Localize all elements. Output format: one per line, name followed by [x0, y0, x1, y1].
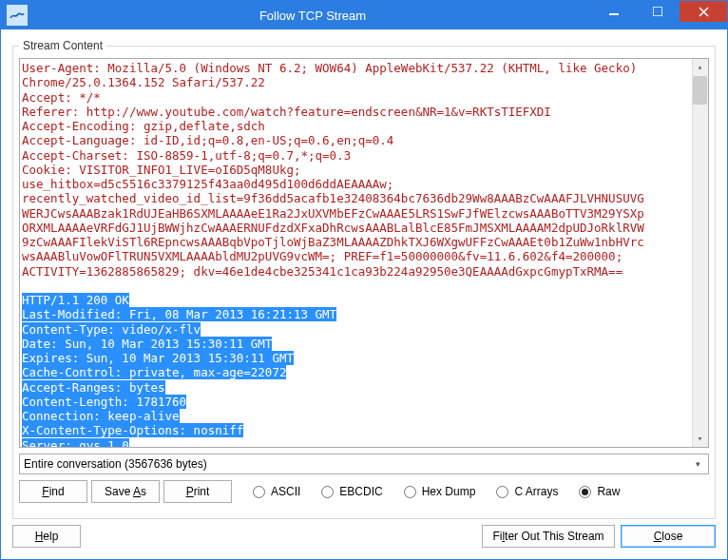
chevron-down-icon: ▾ — [689, 455, 706, 473]
radio-icon — [579, 486, 591, 498]
find-button[interactable]: Find — [19, 480, 87, 503]
request-line: Referer: http://www.youtube.com/watch?fe… — [22, 105, 551, 119]
close-button[interactable]: Close — [621, 525, 716, 548]
bottom-button-row: Help Filter Out This Stream Close — [12, 525, 716, 548]
stream-text-view[interactable]: User-Agent: Mozilla/5.0 (Windows NT 6.2;… — [19, 58, 709, 448]
encoding-ascii-radio[interactable]: ASCII — [253, 485, 300, 498]
scroll-up-icon[interactable]: ▴ — [692, 59, 708, 75]
radio-icon — [321, 486, 334, 498]
wireshark-icon — [7, 5, 28, 26]
print-button[interactable]: Print — [163, 480, 232, 503]
save-as-button[interactable]: Save As — [91, 480, 160, 503]
scroll-down-icon[interactable]: ▾ — [692, 431, 708, 447]
encoding-raw-radio[interactable]: Raw — [579, 485, 620, 498]
stream-content-group: Stream Content User-Agent: Mozilla/5.0 (… — [12, 39, 716, 519]
request-line: Chrome/25.0.1364.152 Safari/537.22 — [22, 75, 265, 89]
minimize-button[interactable] — [592, 1, 636, 22]
request-line: use_hitbox=d5c5516c3379125f43aa0d495d100… — [22, 177, 393, 191]
svg-rect-1 — [653, 7, 662, 16]
conversation-select[interactable]: Entire conversation (3567636 bytes) ▾ — [19, 454, 709, 474]
response-line: Content-Type: video/x-flv — [22, 322, 201, 337]
request-line: Cookie: VISITOR_INFO1_LIVE=oI6D5qM8Ukg; — [22, 163, 301, 177]
response-line: Server: gvs 1.0 — [22, 438, 129, 449]
scroll-thumb[interactable] — [693, 76, 707, 105]
radio-icon — [404, 486, 416, 498]
help-button[interactable]: Help — [12, 525, 81, 548]
radio-icon — [253, 486, 265, 498]
encoding-carrays-radio[interactable]: C Arrays — [496, 485, 558, 498]
response-line: X-Content-Type-Options: nosniff — [22, 423, 243, 437]
scrollbar[interactable]: ▴ ▾ — [692, 59, 708, 447]
radio-label: Raw — [597, 485, 620, 498]
request-line: Accept-Encoding: gzip,deflate,sdch — [22, 119, 265, 133]
radio-label: C Arrays — [514, 485, 558, 498]
request-line: wsAAABluVowOFlTRUN5VXMLAAAAbldMU2pUVG9vc… — [22, 249, 623, 263]
response-line: Date: Sun, 10 Mar 2013 15:30:11 GMT — [22, 337, 272, 351]
request-line: 9zCwAAAFIlekViSTl6REpncwsAAABqbVpoTjloWj… — [22, 235, 644, 249]
close-window-button[interactable] — [680, 1, 727, 22]
request-line: Accept: */* — [22, 90, 101, 105]
action-row: Find Save As Print ASCII EBCDIC Hex Dump… — [19, 480, 709, 503]
request-line: recently_watched_video_id_list=9f36dd5ac… — [22, 191, 644, 205]
response-line: Last-Modified: Fri, 08 Mar 2013 16:21:13… — [22, 307, 336, 321]
request-line: ACTIVITY=1362885865829; dkv=46e1de4cbe32… — [22, 264, 623, 279]
response-line: Content-Length: 1781760 — [22, 395, 186, 409]
request-line: WERJCwsAAABzak1RdUJEaHB6SXMLAAAAeE1Ra2Jx… — [22, 206, 644, 221]
titlebar: Follow TCP Stream — [1, 1, 727, 29]
stream-content-legend: Stream Content — [19, 39, 106, 52]
request-line: User-Agent: Mozilla/5.0 (Windows NT 6.2;… — [22, 61, 637, 75]
encoding-ebcdic-radio[interactable]: EBCDIC — [321, 485, 382, 498]
response-line: Connection: keep-alive — [22, 409, 180, 423]
request-line: ORXMLAAAAeVRFdGJ1UjBWWjhzCwAAAERNUFdzdXF… — [22, 221, 644, 235]
maximize-button[interactable] — [636, 1, 680, 22]
response-line: Expires: Sun, 10 Mar 2013 15:30:11 GMT — [22, 351, 294, 365]
response-line: HTTP/1.1 200 OK — [22, 293, 129, 307]
window-controls — [592, 1, 727, 29]
filter-out-stream-button[interactable]: Filter Out This Stream — [482, 525, 615, 548]
request-line: Accept-Language: id-ID,id;q=0.8,en-US;q=… — [22, 133, 393, 147]
response-line: Cache-Control: private, max-age=22072 — [22, 365, 286, 379]
client-area: Stream Content User-Agent: Mozilla/5.0 (… — [1, 29, 727, 555]
response-line: Accept-Ranges: bytes — [22, 380, 165, 395]
radio-label: ASCII — [271, 485, 300, 498]
window-title: Follow TCP Stream — [33, 9, 592, 23]
radio-icon — [496, 486, 508, 498]
encoding-hexdump-radio[interactable]: Hex Dump — [404, 485, 476, 498]
radio-label: Hex Dump — [422, 485, 476, 498]
conversation-select-value: Entire conversation (3567636 bytes) — [24, 457, 207, 471]
svg-rect-0 — [609, 13, 619, 15]
radio-label: EBCDIC — [339, 485, 382, 498]
request-line: Accept-Charset: ISO-8859-1,utf-8;q=0.7,*… — [22, 148, 351, 163]
